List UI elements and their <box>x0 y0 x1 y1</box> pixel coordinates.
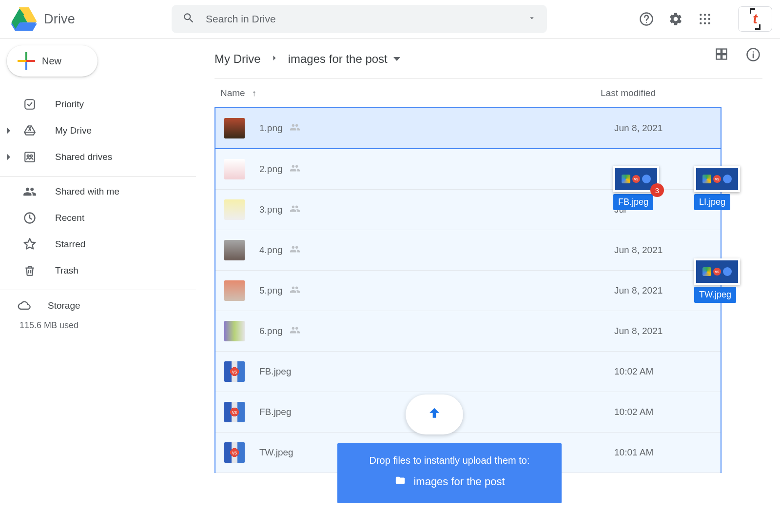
file-modified: Jun 8, 2021 <box>614 245 721 256</box>
app-name: Drive <box>44 12 75 27</box>
chevron-right-icon[interactable] <box>7 154 10 160</box>
file-row[interactable]: 4.pngJun 8, 2021 <box>215 230 721 271</box>
drag-thumbnail: vs3 <box>613 166 659 192</box>
drag-file-label: FB.jpeg <box>613 194 653 210</box>
sidebar-item-label: Trash <box>55 265 78 276</box>
sidebar-storage[interactable]: Storage 115.6 MB used <box>0 290 196 331</box>
drop-folder-name: images for the post <box>413 475 505 488</box>
shared-icon <box>290 122 300 135</box>
file-row[interactable]: FB.jpeg10:02 AM <box>215 392 721 433</box>
search-options-icon[interactable] <box>527 14 536 24</box>
chevron-right-icon[interactable] <box>7 127 10 134</box>
drag-preview[interactable]: vsTW.jpeg <box>694 258 740 303</box>
svg-point-14 <box>700 22 702 24</box>
shared-drives-icon <box>23 150 37 164</box>
trash-icon <box>23 264 37 277</box>
sidebar-item-priority[interactable]: Priority <box>0 91 196 118</box>
file-thumbnail <box>224 361 245 382</box>
column-name[interactable]: Name ↑ <box>220 88 601 99</box>
shared-icon <box>290 203 300 217</box>
svg-point-10 <box>708 14 710 16</box>
drop-message-text: Drop files to instantly upload them to: <box>352 455 547 466</box>
file-thumbnail <box>224 199 245 220</box>
grid-view-icon[interactable] <box>715 47 728 64</box>
extension-button[interactable]: t <box>738 6 772 32</box>
svg-marker-4 <box>27 8 36 22</box>
sidebar-item-label: Shared with me <box>55 186 119 197</box>
svg-rect-23 <box>722 49 726 54</box>
file-thumbnail <box>224 442 245 463</box>
shared-icon <box>290 163 300 176</box>
column-modified[interactable]: Last modified <box>601 88 759 99</box>
search-bar[interactable] <box>172 5 547 33</box>
apps-icon[interactable] <box>697 11 713 27</box>
file-name: TW.jpeg <box>259 447 293 458</box>
new-button[interactable]: New <box>7 45 98 77</box>
file-row[interactable]: 5.pngJun 8, 2021 <box>215 271 721 311</box>
help-icon[interactable] <box>639 11 654 27</box>
breadcrumb-current[interactable]: images for the post <box>288 52 400 66</box>
sidebar-item-recent[interactable]: Recent <box>0 205 196 231</box>
logo-area[interactable]: Drive <box>11 7 172 31</box>
drag-preview[interactable]: vs3FB.jpeg <box>613 166 659 210</box>
svg-point-8 <box>700 14 702 16</box>
people-icon <box>23 185 37 198</box>
file-modified: Jun 8, 2021 <box>614 123 721 134</box>
priority-icon <box>23 98 37 111</box>
sidebar-item-starred[interactable]: Starred <box>0 231 196 257</box>
file-thumbnail <box>224 159 245 179</box>
sidebar-item-label: My Drive <box>55 125 92 136</box>
file-name: 3.png <box>259 204 283 215</box>
file-modified: 10:02 AM <box>614 366 721 377</box>
sidebar-item-label: Starred <box>55 239 85 250</box>
sidebar-item-mydrive[interactable]: My Drive <box>0 118 196 144</box>
svg-rect-18 <box>25 152 35 162</box>
sort-arrow-up-icon: ↑ <box>252 88 256 99</box>
new-button-label: New <box>42 56 61 67</box>
svg-point-11 <box>700 18 702 20</box>
svg-rect-24 <box>717 55 721 59</box>
svg-point-9 <box>704 14 706 16</box>
file-name: FB.jpeg <box>259 366 291 377</box>
file-thumbnail <box>224 402 245 422</box>
file-row[interactable]: 1.pngJun 8, 2021 <box>215 108 721 149</box>
header-actions: t <box>639 6 772 32</box>
header: Drive t <box>0 0 780 39</box>
storage-used: 115.6 MB used <box>18 320 196 331</box>
extension-icon: t <box>753 11 757 27</box>
svg-rect-17 <box>25 99 35 109</box>
sidebar: New Priority My Drive <box>0 39 196 532</box>
shared-icon <box>290 284 300 297</box>
svg-point-16 <box>708 22 710 24</box>
plus-icon <box>18 52 35 70</box>
caret-down-icon <box>393 57 400 61</box>
file-row[interactable]: 6.pngJun 8, 2021 <box>215 311 721 352</box>
star-icon <box>23 237 37 251</box>
column-headers: Name ↑ Last modified <box>214 79 762 107</box>
settings-icon[interactable] <box>668 11 683 27</box>
search-input[interactable] <box>206 13 517 25</box>
svg-rect-22 <box>717 49 721 54</box>
file-name: 5.png <box>259 285 283 296</box>
svg-point-19 <box>27 155 29 157</box>
sidebar-item-trash[interactable]: Trash <box>0 257 196 284</box>
sidebar-item-label: Shared drives <box>55 152 112 162</box>
file-modified: 10:01 AM <box>614 447 721 458</box>
breadcrumb-root[interactable]: My Drive <box>214 52 261 66</box>
info-icon[interactable] <box>746 47 760 64</box>
sidebar-item-shared-with-me[interactable]: Shared with me <box>0 178 196 205</box>
drag-thumbnail: vs <box>694 166 740 192</box>
file-name: 6.png <box>259 326 283 336</box>
svg-point-13 <box>708 18 710 20</box>
file-row[interactable]: FB.jpeg10:02 AM <box>215 352 721 392</box>
file-modified: 10:02 AM <box>614 407 721 417</box>
file-list[interactable]: 1.pngJun 8, 20212.pngJu3.pngJur4.pngJun … <box>214 107 722 473</box>
file-name: 4.png <box>259 245 283 256</box>
drive-icon <box>23 124 37 138</box>
file-name: FB.jpeg <box>259 407 291 417</box>
folder-icon <box>394 475 407 489</box>
svg-point-20 <box>30 155 32 157</box>
drag-preview[interactable]: vsLI.jpeg <box>694 166 740 210</box>
shared-icon <box>290 325 300 338</box>
sidebar-item-shared-drives[interactable]: Shared drives <box>0 144 196 170</box>
